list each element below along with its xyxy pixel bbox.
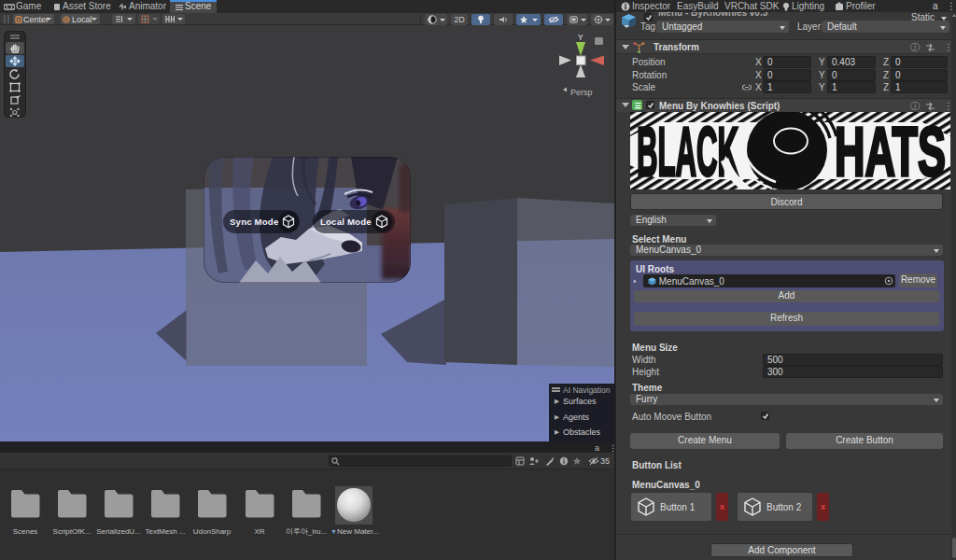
svg-text:Local Mode: Local Mode bbox=[320, 217, 372, 227]
svg-text:Sync Mode: Sync Mode bbox=[230, 217, 278, 227]
svg-text:HATS: HATS bbox=[835, 113, 946, 189]
svg-text:Persp: Persp bbox=[570, 88, 593, 97]
svg-text:BLACK: BLACK bbox=[637, 113, 738, 189]
svg-text:Y: Y bbox=[578, 33, 583, 42]
